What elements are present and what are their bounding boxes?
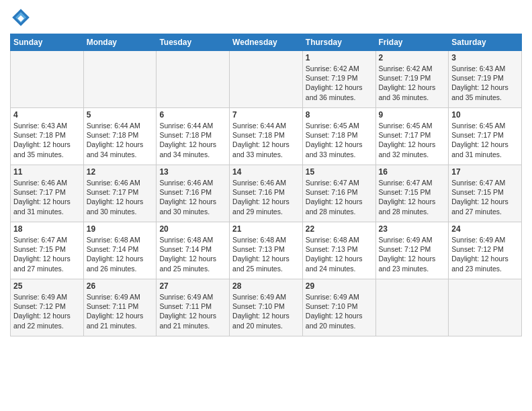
day-cell: [449, 279, 522, 336]
day-info: Sunrise: 6:44 AMSunset: 7:18 PMDaylight:…: [232, 121, 300, 159]
day-info: Sunrise: 6:49 AMSunset: 7:11 PMDaylight:…: [87, 292, 154, 330]
day-cell: [230, 51, 303, 108]
day-number: 10: [451, 110, 519, 120]
day-cell: 15Sunrise: 6:47 AMSunset: 7:16 PMDayligh…: [302, 165, 375, 222]
day-info: Sunrise: 6:48 AMSunset: 7:13 PMDaylight:…: [232, 235, 300, 273]
day-cell: 8Sunrise: 6:45 AMSunset: 7:18 PMDaylight…: [302, 108, 375, 165]
day-info: Sunrise: 6:46 AMSunset: 7:16 PMDaylight:…: [159, 178, 226, 216]
day-info: Sunrise: 6:49 AMSunset: 7:11 PMDaylight:…: [159, 292, 226, 330]
week-row-3: 18Sunrise: 6:47 AMSunset: 7:15 PMDayligh…: [11, 222, 522, 279]
day-cell: 18Sunrise: 6:47 AMSunset: 7:15 PMDayligh…: [11, 222, 84, 279]
day-number: 21: [232, 224, 300, 234]
day-number: 15: [306, 167, 373, 177]
logo: [10, 7, 34, 28]
header-day-saturday: Saturday: [449, 34, 522, 51]
day-info: Sunrise: 6:45 AMSunset: 7:17 PMDaylight:…: [379, 121, 446, 159]
day-cell: 10Sunrise: 6:45 AMSunset: 7:17 PMDayligh…: [449, 108, 522, 165]
day-number: 25: [13, 281, 81, 291]
day-number: 26: [87, 281, 154, 291]
day-cell: 23Sunrise: 6:49 AMSunset: 7:12 PMDayligh…: [375, 222, 449, 279]
day-number: 11: [13, 167, 81, 177]
day-info: Sunrise: 6:49 AMSunset: 7:10 PMDaylight:…: [306, 292, 373, 330]
week-row-2: 11Sunrise: 6:46 AMSunset: 7:17 PMDayligh…: [11, 165, 522, 222]
day-cell: 1Sunrise: 6:42 AMSunset: 7:19 PMDaylight…: [302, 51, 375, 108]
header-day-thursday: Thursday: [302, 34, 375, 51]
logo-icon: [10, 7, 32, 28]
day-info: Sunrise: 6:43 AMSunset: 7:19 PMDaylight:…: [451, 64, 519, 102]
day-info: Sunrise: 6:46 AMSunset: 7:17 PMDaylight:…: [87, 178, 154, 216]
day-number: 4: [13, 110, 81, 120]
calendar-table: SundayMondayTuesdayWednesdayThursdayFrid…: [10, 34, 522, 336]
day-number: 29: [306, 281, 373, 291]
day-info: Sunrise: 6:48 AMSunset: 7:14 PMDaylight:…: [87, 235, 154, 273]
day-cell: [83, 51, 157, 108]
day-cell: 25Sunrise: 6:49 AMSunset: 7:12 PMDayligh…: [11, 279, 84, 336]
day-info: Sunrise: 6:47 AMSunset: 7:15 PMDaylight:…: [451, 178, 519, 216]
day-cell: 5Sunrise: 6:44 AMSunset: 7:18 PMDaylight…: [83, 108, 157, 165]
day-number: 24: [451, 224, 519, 234]
day-cell: 14Sunrise: 6:46 AMSunset: 7:16 PMDayligh…: [230, 165, 303, 222]
day-cell: 20Sunrise: 6:48 AMSunset: 7:14 PMDayligh…: [157, 222, 230, 279]
day-info: Sunrise: 6:45 AMSunset: 7:18 PMDaylight:…: [306, 121, 373, 159]
day-number: 20: [159, 224, 226, 234]
day-cell: 12Sunrise: 6:46 AMSunset: 7:17 PMDayligh…: [83, 165, 157, 222]
day-cell: 21Sunrise: 6:48 AMSunset: 7:13 PMDayligh…: [230, 222, 303, 279]
day-cell: 27Sunrise: 6:49 AMSunset: 7:11 PMDayligh…: [157, 279, 230, 336]
day-info: Sunrise: 6:49 AMSunset: 7:12 PMDaylight:…: [13, 292, 81, 330]
day-number: 14: [232, 167, 300, 177]
day-number: 7: [232, 110, 300, 120]
day-info: Sunrise: 6:45 AMSunset: 7:17 PMDaylight:…: [451, 121, 519, 159]
day-info: Sunrise: 6:48 AMSunset: 7:13 PMDaylight:…: [306, 235, 373, 273]
day-cell: 7Sunrise: 6:44 AMSunset: 7:18 PMDaylight…: [230, 108, 303, 165]
day-cell: 24Sunrise: 6:49 AMSunset: 7:12 PMDayligh…: [449, 222, 522, 279]
week-row-1: 4Sunrise: 6:43 AMSunset: 7:18 PMDaylight…: [11, 108, 522, 165]
day-cell: 4Sunrise: 6:43 AMSunset: 7:18 PMDaylight…: [11, 108, 84, 165]
day-number: 27: [159, 281, 226, 291]
day-number: 1: [306, 53, 373, 62]
day-cell: 11Sunrise: 6:46 AMSunset: 7:17 PMDayligh…: [11, 165, 84, 222]
day-cell: [157, 51, 230, 108]
header-row: SundayMondayTuesdayWednesdayThursdayFrid…: [11, 34, 522, 51]
day-cell: 17Sunrise: 6:47 AMSunset: 7:15 PMDayligh…: [449, 165, 522, 222]
day-info: Sunrise: 6:49 AMSunset: 7:10 PMDaylight:…: [232, 292, 300, 330]
day-number: 3: [451, 53, 519, 62]
header-day-sunday: Sunday: [11, 34, 84, 51]
header: [10, 7, 522, 28]
day-info: Sunrise: 6:47 AMSunset: 7:15 PMDaylight:…: [13, 235, 81, 273]
day-cell: 2Sunrise: 6:42 AMSunset: 7:19 PMDaylight…: [375, 51, 449, 108]
day-cell: 29Sunrise: 6:49 AMSunset: 7:10 PMDayligh…: [302, 279, 375, 336]
day-cell: 6Sunrise: 6:44 AMSunset: 7:18 PMDaylight…: [157, 108, 230, 165]
header-day-friday: Friday: [375, 34, 449, 51]
header-day-wednesday: Wednesday: [230, 34, 303, 51]
header-day-monday: Monday: [83, 34, 157, 51]
day-info: Sunrise: 6:46 AMSunset: 7:16 PMDaylight:…: [232, 178, 300, 216]
day-info: Sunrise: 6:42 AMSunset: 7:19 PMDaylight:…: [306, 64, 373, 102]
day-number: 18: [13, 224, 81, 234]
day-info: Sunrise: 6:42 AMSunset: 7:19 PMDaylight:…: [379, 64, 446, 102]
day-number: 8: [306, 110, 373, 120]
day-info: Sunrise: 6:46 AMSunset: 7:17 PMDaylight:…: [13, 178, 81, 216]
day-number: 9: [379, 110, 446, 120]
day-number: 6: [159, 110, 226, 120]
week-row-0: 1Sunrise: 6:42 AMSunset: 7:19 PMDaylight…: [11, 51, 522, 108]
day-number: 13: [159, 167, 226, 177]
calendar-header: SundayMondayTuesdayWednesdayThursdayFrid…: [11, 34, 522, 51]
day-number: 5: [87, 110, 154, 120]
day-number: 23: [379, 224, 446, 234]
day-info: Sunrise: 6:48 AMSunset: 7:14 PMDaylight:…: [159, 235, 226, 273]
day-cell: 28Sunrise: 6:49 AMSunset: 7:10 PMDayligh…: [230, 279, 303, 336]
day-info: Sunrise: 6:43 AMSunset: 7:18 PMDaylight:…: [13, 121, 81, 159]
day-number: 28: [232, 281, 300, 291]
calendar-body: 1Sunrise: 6:42 AMSunset: 7:19 PMDaylight…: [11, 51, 522, 336]
day-info: Sunrise: 6:44 AMSunset: 7:18 PMDaylight:…: [159, 121, 226, 159]
day-info: Sunrise: 6:47 AMSunset: 7:16 PMDaylight:…: [306, 178, 373, 216]
day-number: 12: [87, 167, 154, 177]
header-day-tuesday: Tuesday: [157, 34, 230, 51]
day-number: 22: [306, 224, 373, 234]
day-number: 19: [87, 224, 154, 234]
day-cell: 16Sunrise: 6:47 AMSunset: 7:15 PMDayligh…: [375, 165, 449, 222]
day-cell: 9Sunrise: 6:45 AMSunset: 7:17 PMDaylight…: [375, 108, 449, 165]
day-number: 2: [379, 53, 446, 62]
day-info: Sunrise: 6:47 AMSunset: 7:15 PMDaylight:…: [379, 178, 446, 216]
day-cell: 19Sunrise: 6:48 AMSunset: 7:14 PMDayligh…: [83, 222, 157, 279]
